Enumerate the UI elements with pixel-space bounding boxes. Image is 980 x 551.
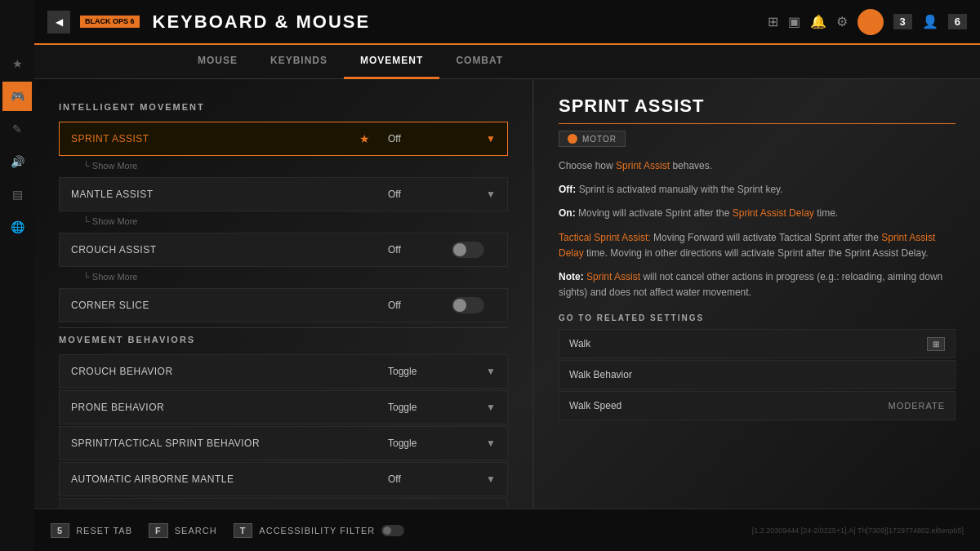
gear-icon[interactable]: ⚙ bbox=[836, 14, 848, 29]
toggle-knob bbox=[453, 243, 466, 256]
left-panel: INTELLIGENT MOVEMENT Sprint Assist ★ Off… bbox=[34, 79, 532, 509]
screen-icon[interactable]: ▣ bbox=[788, 14, 800, 29]
section-intelligent-movement: INTELLIGENT MOVEMENT bbox=[59, 102, 508, 112]
sprint-assist-star-icon[interactable]: ★ bbox=[353, 132, 376, 145]
sprint-tactical-chevron-icon: ▼ bbox=[486, 438, 496, 449]
crouch-assist-toggle[interactable] bbox=[452, 242, 484, 258]
bell-icon[interactable]: 🔔 bbox=[810, 14, 826, 29]
notification-badge-1: 3 bbox=[893, 14, 912, 29]
walk-speed-label: Walk Speed bbox=[559, 400, 878, 411]
detail-option-off: Off: Sprint is activated manually with t… bbox=[559, 182, 956, 198]
setting-row-mantle-assist[interactable]: Mantle Assist Off ▼ bbox=[59, 177, 508, 211]
setting-row-crouch-assist[interactable]: Crouch Assist Off bbox=[59, 233, 508, 267]
sprint-assist-note: Sprint Assist bbox=[586, 271, 640, 282]
corner-slice-toggle[interactable] bbox=[452, 297, 484, 313]
accessibility-key-indicator: T bbox=[234, 523, 253, 538]
sprint-assist-highlight-1: Sprint Assist bbox=[616, 160, 670, 171]
off-label: Off: bbox=[559, 184, 576, 195]
walk-key-badge: ⊞ bbox=[927, 337, 945, 351]
tab-movement[interactable]: MOVEMENT bbox=[344, 45, 439, 79]
crouch-behavior-value: Toggle ▼ bbox=[376, 366, 507, 377]
walk-behavior-label: Walk Behavior bbox=[559, 369, 935, 380]
crouch-assist-show-more[interactable]: └ Show More bbox=[59, 269, 508, 288]
crouch-assist-label: Crouch Assist bbox=[60, 244, 376, 256]
related-settings-title: GO TO RELATED SETTINGS bbox=[559, 313, 956, 322]
sprint-assist-value: Off ▼ bbox=[376, 133, 507, 144]
motor-icon bbox=[568, 134, 577, 144]
setting-row-prone-behavior[interactable]: Prone Behavior Toggle ▼ bbox=[59, 390, 508, 424]
reset-tab-button[interactable]: 5 RESET TAB bbox=[51, 523, 132, 538]
related-item-walk[interactable]: Walk ⊞ bbox=[559, 329, 956, 358]
avatar[interactable] bbox=[858, 9, 884, 35]
sidebar-item-4[interactable]: 🔊 bbox=[2, 147, 32, 176]
sprint-tactical-label: Sprint/Tactical Sprint Behavior bbox=[60, 438, 376, 449]
setting-row-corner-slice[interactable]: Corner Slice Off bbox=[59, 288, 508, 322]
tab-keybinds[interactable]: KEYBINDS bbox=[254, 45, 344, 79]
note-label: Note: bbox=[559, 271, 584, 282]
mantle-assist-label: Mantle Assist bbox=[60, 189, 376, 200]
on-label: On: bbox=[559, 207, 576, 219]
tab-mouse[interactable]: MOUSE bbox=[181, 45, 254, 79]
toggle-knob-2 bbox=[453, 299, 466, 312]
crouch-behavior-chevron-icon: ▼ bbox=[486, 366, 496, 377]
tactical-sprint-highlight: Tactical Sprint Assist: bbox=[559, 232, 651, 243]
version-text: [1.2.20309444 [24-2/0225+1].A] Th[7309][… bbox=[752, 527, 964, 535]
detail-option-tactical: Tactical Sprint Assist: Moving Forward w… bbox=[559, 230, 956, 261]
sidebar-item-2[interactable]: 🎮 bbox=[2, 82, 32, 111]
moderate-badge: MODERATE bbox=[888, 401, 945, 411]
accessibility-toggle[interactable] bbox=[381, 525, 404, 536]
accessibility-knob bbox=[383, 527, 391, 535]
detail-description: Choose how Sprint Assist behaves. bbox=[559, 158, 956, 174]
page-title: KEYBOARD & MOUSE bbox=[153, 11, 371, 33]
sprint-assist-chevron-icon: ▼ bbox=[486, 133, 496, 144]
setting-row-sprint-assist[interactable]: Sprint Assist ★ Off ▼ bbox=[59, 122, 508, 156]
game-logo: BLACK OPS 6 bbox=[80, 16, 140, 28]
tab-combat[interactable]: COMBAT bbox=[439, 45, 519, 79]
corner-slice-label: Corner Slice bbox=[60, 300, 376, 311]
header-right: ⊞ ▣ 🔔 ⚙ 3 👤 6 bbox=[768, 9, 967, 35]
search-key-indicator: F bbox=[149, 523, 168, 538]
crouch-behavior-label: Crouch Behavior bbox=[60, 366, 376, 377]
setting-row-sprint-tactical[interactable]: Sprint/Tactical Sprint Behavior Toggle ▼ bbox=[59, 426, 508, 460]
header: ◀ BLACK OPS 6 KEYBOARD & MOUSE ⊞ ▣ 🔔 ⚙ 3… bbox=[34, 0, 980, 45]
sprint-assist-show-more[interactable]: └ Show More bbox=[59, 158, 508, 177]
back-button[interactable]: ◀ bbox=[47, 11, 70, 33]
reset-tab-label: RESET TAB bbox=[76, 526, 132, 535]
mantle-assist-show-more[interactable]: └ Show More bbox=[59, 213, 508, 233]
right-panel: Sprint Assist MOTOR Choose how Sprint As… bbox=[533, 79, 980, 509]
mantle-assist-chevron-icon: ▼ bbox=[486, 189, 496, 200]
search-button[interactable]: F SEARCH bbox=[149, 523, 217, 538]
detail-title: Sprint Assist bbox=[559, 96, 956, 124]
grid-icon[interactable]: ⊞ bbox=[768, 14, 778, 29]
sidebar-item-1[interactable]: ★ bbox=[2, 49, 32, 78]
walk-speed-value: MODERATE bbox=[878, 401, 955, 411]
section-divider bbox=[59, 327, 508, 328]
reset-key-indicator: 5 bbox=[51, 523, 69, 538]
sidebar-item-3[interactable]: ✎ bbox=[2, 114, 32, 144]
related-item-walk-behavior[interactable]: Walk Behavior bbox=[559, 360, 956, 389]
setting-row-parachute-auto[interactable]: Parachute Automatic Behavior Off ▼ bbox=[59, 498, 508, 509]
sidebar-item-6[interactable]: 🌐 bbox=[2, 212, 32, 242]
bottom-bar: 5 RESET TAB F SEARCH T ACCESSIBILITY FIL… bbox=[34, 509, 980, 551]
setting-row-crouch-behavior[interactable]: Crouch Behavior Toggle ▼ bbox=[59, 354, 508, 389]
notification-badge-2: 6 bbox=[948, 14, 967, 29]
main-content: INTELLIGENT MOVEMENT Sprint Assist ★ Off… bbox=[34, 79, 980, 509]
sprint-assist-label: Sprint Assist bbox=[60, 133, 353, 144]
accessibility-filter-button[interactable]: T ACCESSIBILITY FILTER bbox=[234, 523, 405, 538]
related-item-walk-speed[interactable]: Walk Speed MODERATE bbox=[559, 391, 956, 420]
person-icon[interactable]: 👤 bbox=[922, 14, 938, 29]
airborne-mantle-chevron-icon: ▼ bbox=[486, 473, 496, 485]
sidebar-item-5[interactable]: ▤ bbox=[2, 180, 32, 209]
walk-label: Walk bbox=[559, 338, 917, 349]
tab-navigation: MOUSE KEYBINDS MOVEMENT COMBAT bbox=[34, 45, 980, 79]
prone-behavior-label: Prone Behavior bbox=[60, 402, 376, 413]
motor-badge: MOTOR bbox=[559, 131, 626, 147]
mantle-assist-value: Off ▼ bbox=[376, 189, 507, 200]
sidebar: ★ 🎮 ✎ 🔊 ▤ 🌐 bbox=[0, 0, 34, 551]
detail-option-on: On: Moving will activate Sprint after th… bbox=[559, 206, 956, 221]
accessibility-label: ACCESSIBILITY FILTER bbox=[259, 526, 375, 535]
walk-value: ⊞ bbox=[917, 337, 955, 351]
section-movement-behaviors: MOVEMENT BEHAVIORS bbox=[59, 335, 508, 344]
detail-note: Note: Sprint Assist will not cancel othe… bbox=[559, 269, 956, 300]
setting-row-airborne-mantle[interactable]: Automatic Airborne Mantle Off ▼ bbox=[59, 462, 508, 496]
